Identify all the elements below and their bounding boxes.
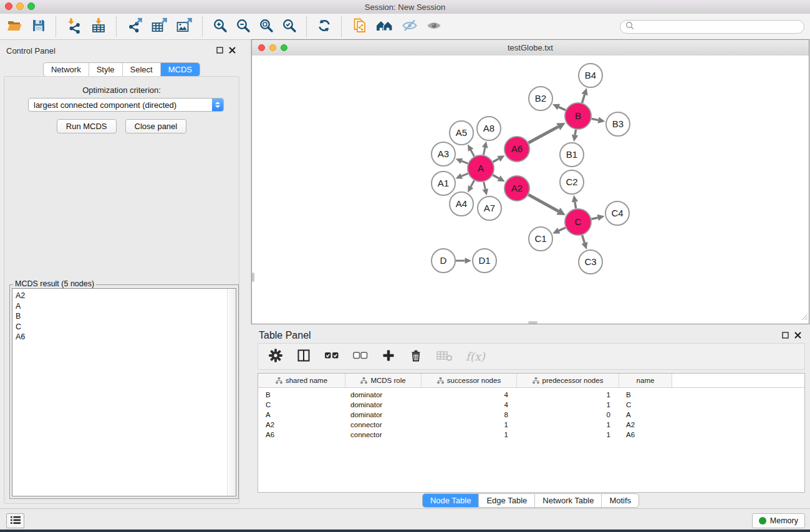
close-panel-button[interactable]: Close panel: [125, 119, 187, 133]
function-builder-button[interactable]: f(x): [465, 350, 485, 363]
column-header-name[interactable]: name: [619, 374, 672, 387]
hide-selected-button[interactable]: [400, 17, 419, 36]
search-input[interactable]: [637, 22, 799, 32]
graph-edge-B-B4[interactable]: [582, 95, 584, 103]
network-window-title: testGlobe.txt: [252, 43, 809, 52]
criterion-select[interactable]: largest connected component (directed): [28, 98, 224, 112]
open-session-button[interactable]: [6, 17, 24, 36]
refresh-button[interactable]: [316, 17, 333, 36]
graph-edge-B-B3[interactable]: [592, 118, 599, 120]
column-header-predecessor-nodes[interactable]: predecessor nodes: [517, 374, 619, 387]
list-item[interactable]: A2: [12, 291, 227, 301]
table-row[interactable]: A6connector11A6: [258, 430, 804, 440]
zoom-in-button[interactable]: [211, 17, 229, 36]
table-cell: C: [258, 401, 345, 409]
tab-edge-table[interactable]: Edge Table: [479, 494, 535, 507]
open-folder-icon: [7, 18, 23, 35]
table-row[interactable]: Adominator80A: [258, 410, 804, 420]
float-table-panel-icon[interactable]: [782, 330, 789, 341]
column-header-label: successor nodes: [447, 377, 501, 384]
add-row-button[interactable]: [380, 347, 397, 365]
table-row[interactable]: A2connector11A2: [258, 420, 804, 430]
list-item[interactable]: A6: [12, 332, 227, 342]
graph-edge-A-A3[interactable]: [461, 161, 468, 163]
graph-edge-B-B2[interactable]: [559, 107, 566, 110]
tab-network-table[interactable]: Network Table: [535, 494, 602, 507]
result-scrollbar[interactable]: [227, 289, 236, 496]
first-neighbors-button[interactable]: [375, 17, 395, 36]
network-window-titlebar[interactable]: testGlobe.txt: [252, 40, 809, 56]
graph-edge-C-C3[interactable]: [582, 235, 585, 243]
graph-edge-A-A6[interactable]: [493, 159, 498, 162]
tab-style[interactable]: Style: [89, 63, 123, 76]
tab-motifs[interactable]: Motifs: [602, 494, 639, 507]
export-table-button[interactable]: [150, 16, 169, 37]
desktop-background: [0, 530, 810, 532]
graph-edge-A-A4[interactable]: [471, 180, 474, 186]
graph-edge-A-A7[interactable]: [484, 181, 486, 189]
graph-edge-C-C1[interactable]: [559, 228, 566, 231]
tab-mcds[interactable]: MCDS: [161, 63, 200, 76]
new-network-from-selection-button[interactable]: [350, 16, 369, 37]
tab-network[interactable]: Network: [44, 63, 89, 76]
delete-table-button[interactable]: [435, 348, 454, 365]
toggle-columns-button[interactable]: [295, 347, 312, 366]
graph-edge-C-C2[interactable]: [575, 202, 576, 209]
export-image-button[interactable]: [175, 16, 194, 37]
close-table-panel-icon[interactable]: [794, 330, 801, 341]
table-cell: 1: [422, 421, 517, 428]
control-tabs: NetworkStyleSelectMCDS: [43, 62, 200, 77]
search-box[interactable]: [620, 20, 804, 34]
zoom-fit-button[interactable]: [258, 17, 275, 36]
graph-edge-A-A2[interactable]: [493, 175, 499, 178]
column-header-shared-name[interactable]: shared name: [258, 374, 345, 387]
resize-grip-icon[interactable]: [800, 312, 808, 323]
run-mcds-button[interactable]: Run MCDS: [57, 119, 117, 133]
graph-node-label: D1: [478, 255, 490, 266]
table-settings-button[interactable]: [267, 347, 284, 366]
graph-edge-A2-C[interactable]: [528, 195, 558, 211]
memory-button[interactable]: Memory: [752, 513, 805, 528]
graph-edge-C-C4[interactable]: [591, 218, 597, 219]
import-table-button[interactable]: [89, 16, 108, 37]
show-all-button[interactable]: [425, 17, 443, 36]
task-history-button[interactable]: [6, 513, 24, 528]
graph-edge-A-A1[interactable]: [461, 173, 468, 176]
graph-node-label: A5: [456, 127, 467, 138]
tab-node-table[interactable]: Node Table: [423, 494, 480, 507]
export-image-icon: [176, 17, 193, 36]
float-panel-icon[interactable]: [216, 45, 223, 56]
import-network-button[interactable]: [65, 16, 84, 37]
graph-node-label: C1: [534, 233, 546, 244]
table-row[interactable]: Bdominator41B: [258, 390, 804, 400]
delete-row-button[interactable]: [407, 347, 425, 366]
edge-arrowhead-icon: [482, 142, 488, 148]
save-session-button[interactable]: [30, 17, 47, 36]
window-titlebar[interactable]: Session: New Session: [0, 0, 810, 14]
graph-node-label: A3: [438, 148, 449, 159]
export-network-button[interactable]: [125, 16, 144, 37]
tab-select[interactable]: Select: [123, 63, 161, 76]
zoom-out-button[interactable]: [234, 17, 252, 36]
select-all-button[interactable]: [323, 348, 341, 365]
table-row[interactable]: Cdominator41C: [258, 400, 804, 410]
column-header-mcds-role[interactable]: MCDS role: [345, 374, 422, 387]
graph-edge-A-A8[interactable]: [483, 148, 485, 155]
graph-edge-A-A5[interactable]: [471, 150, 474, 157]
list-item[interactable]: B: [12, 311, 227, 322]
deselect-all-button[interactable]: [352, 348, 370, 365]
canvas-horizontal-scroll-thumb[interactable]: [528, 321, 538, 324]
close-panel-icon[interactable]: [229, 45, 236, 56]
list-item[interactable]: A: [12, 301, 227, 312]
column-header-successor-nodes[interactable]: successor nodes: [422, 374, 517, 387]
main-toolbar: [0, 14, 810, 40]
graph-edge-B-B1[interactable]: [575, 130, 576, 135]
window-title: Session: New Session: [0, 2, 810, 12]
list-item[interactable]: C: [12, 322, 227, 332]
network-canvas[interactable]: B4B2BB3A8A5A6A3B1AA1C2A2A4A7C4CC1C3DD1: [252, 56, 809, 324]
canvas-vertical-scroll-thumb[interactable]: [252, 273, 254, 282]
graph-edge-A6-B[interactable]: [528, 127, 558, 143]
mcds-result-title: MCDS result (5 nodes): [13, 279, 96, 288]
control-panel: Control Panel NetworkStyleSelectMCDS Opt…: [0, 40, 243, 506]
zoom-selected-button[interactable]: [281, 17, 298, 36]
